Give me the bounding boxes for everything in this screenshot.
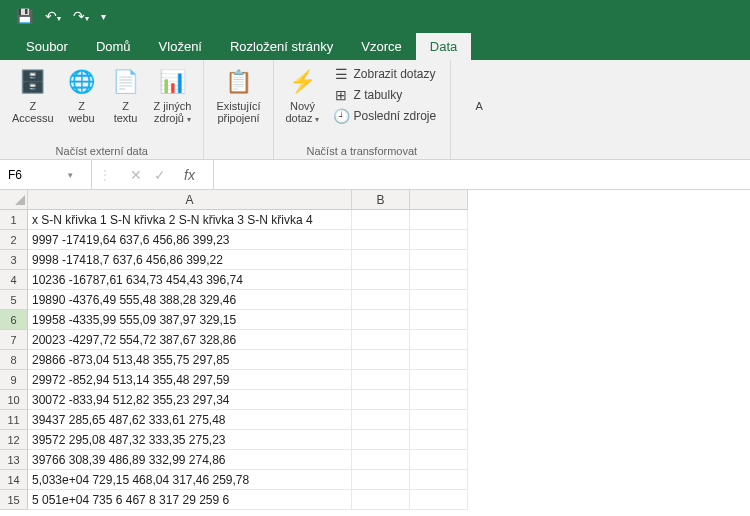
column-header[interactable]: A bbox=[28, 190, 352, 210]
cell[interactable] bbox=[410, 410, 468, 430]
cell[interactable] bbox=[410, 230, 468, 250]
cancel-icon[interactable]: ✕ bbox=[130, 167, 142, 183]
tab-rozložení-stránky[interactable]: Rozložení stránky bbox=[216, 33, 347, 60]
cell[interactable]: x S-N křivka 1 S-N křivka 2 S-N křivka 3… bbox=[28, 210, 352, 230]
confirm-icon[interactable]: ✓ bbox=[154, 167, 166, 183]
cell[interactable] bbox=[410, 450, 468, 470]
row-header[interactable]: 12 bbox=[0, 430, 28, 450]
cell[interactable] bbox=[352, 410, 410, 430]
other-sources-icon: 📊 bbox=[157, 66, 189, 98]
from-access-button[interactable]: 🗄️ ZAccessu bbox=[6, 62, 60, 128]
column-header[interactable]: B bbox=[352, 190, 410, 210]
cell[interactable]: 39766 308,39 486,89 332,99 274,86 bbox=[28, 450, 352, 470]
cell[interactable] bbox=[410, 430, 468, 450]
cell-grid: x S-N křivka 1 S-N křivka 2 S-N křivka 3… bbox=[28, 210, 750, 510]
cell[interactable] bbox=[352, 370, 410, 390]
tab-vložení[interactable]: Vložení bbox=[145, 33, 216, 60]
partial-button[interactable]: A bbox=[457, 62, 501, 116]
from-web-button[interactable]: 🌐 Zwebu bbox=[60, 62, 104, 128]
row-header[interactable]: 6 bbox=[0, 310, 28, 330]
row-header[interactable]: 5 bbox=[0, 290, 28, 310]
cell[interactable] bbox=[352, 250, 410, 270]
cell[interactable] bbox=[352, 470, 410, 490]
cell[interactable]: 5,033e+04 729,15 468,04 317,46 259,78 bbox=[28, 470, 352, 490]
cell[interactable] bbox=[352, 310, 410, 330]
row-header[interactable]: 11 bbox=[0, 410, 28, 430]
cell[interactable]: 39437 285,65 487,62 333,61 275,48 bbox=[28, 410, 352, 430]
cell[interactable] bbox=[410, 270, 468, 290]
cell[interactable]: 20023 -4297,72 554,72 387,67 328,86 bbox=[28, 330, 352, 350]
chevron-down-icon[interactable]: ▾ bbox=[62, 170, 79, 180]
queries-icon: ☰ bbox=[333, 66, 349, 82]
cell[interactable] bbox=[352, 270, 410, 290]
recent-icon: 🕘 bbox=[333, 108, 349, 124]
cell[interactable] bbox=[410, 490, 468, 510]
cell[interactable] bbox=[352, 210, 410, 230]
cell[interactable] bbox=[410, 310, 468, 330]
cell[interactable]: 9998 -17418,7 637,6 456,86 399,22 bbox=[28, 250, 352, 270]
formula-input[interactable] bbox=[214, 160, 750, 189]
cell[interactable] bbox=[410, 210, 468, 230]
cell[interactable] bbox=[410, 370, 468, 390]
new-query-button[interactable]: ⚡ Novýdotaz ▾ bbox=[280, 62, 326, 129]
redo-icon[interactable]: ↷▾ bbox=[69, 8, 93, 24]
cell[interactable] bbox=[352, 490, 410, 510]
show-queries-button[interactable]: ☰Zobrazit dotazy bbox=[329, 64, 440, 84]
row-header[interactable]: 14 bbox=[0, 470, 28, 490]
row-header[interactable]: 2 bbox=[0, 230, 28, 250]
cell[interactable]: 39572 295,08 487,32 333,35 275,23 bbox=[28, 430, 352, 450]
save-icon[interactable]: 💾 bbox=[12, 8, 37, 24]
cell[interactable] bbox=[352, 230, 410, 250]
tab-soubor[interactable]: Soubor bbox=[12, 33, 82, 60]
table-row: 30072 -833,94 512,82 355,23 297,34 bbox=[28, 390, 750, 410]
row-header[interactable]: 13 bbox=[0, 450, 28, 470]
tab-vzorce[interactable]: Vzorce bbox=[347, 33, 415, 60]
row-header[interactable]: 4 bbox=[0, 270, 28, 290]
cell[interactable]: 30072 -833,94 512,82 355,23 297,34 bbox=[28, 390, 352, 410]
cell[interactable]: 10236 -16787,61 634,73 454,43 396,74 bbox=[28, 270, 352, 290]
fx-icon[interactable]: fx bbox=[178, 167, 201, 183]
column-header[interactable] bbox=[410, 190, 468, 210]
row-header[interactable]: 3 bbox=[0, 250, 28, 270]
access-icon: 🗄️ bbox=[17, 66, 49, 98]
cell[interactable]: 5 051e+04 735 6 467 8 317 29 259 6 bbox=[28, 490, 352, 510]
recent-sources-button[interactable]: 🕘Poslední zdroje bbox=[329, 106, 440, 126]
cell[interactable]: 19958 -4335,99 555,09 387,97 329,15 bbox=[28, 310, 352, 330]
cell[interactable] bbox=[410, 290, 468, 310]
existing-connections-button[interactable]: 📋 Existujícípřipojení bbox=[210, 62, 266, 128]
cell[interactable] bbox=[410, 350, 468, 370]
from-text-button[interactable]: 📄 Ztextu bbox=[104, 62, 148, 128]
table-row: 20023 -4297,72 554,72 387,67 328,86 bbox=[28, 330, 750, 350]
cell[interactable] bbox=[352, 450, 410, 470]
tab-domů[interactable]: Domů bbox=[82, 33, 145, 60]
customize-icon[interactable]: ▾ bbox=[97, 11, 110, 22]
cell[interactable] bbox=[352, 430, 410, 450]
cell[interactable] bbox=[352, 390, 410, 410]
select-all-corner[interactable] bbox=[0, 190, 28, 210]
undo-icon[interactable]: ↶▾ bbox=[41, 8, 65, 24]
from-other-button[interactable]: 📊 Z jinýchzdrojů ▾ bbox=[148, 62, 198, 129]
refresh-icon bbox=[463, 66, 495, 98]
tab-data[interactable]: Data bbox=[416, 33, 471, 60]
cell[interactable] bbox=[352, 350, 410, 370]
ribbon-group-transform: ⚡ Novýdotaz ▾ ☰Zobrazit dotazy ⊞Z tabulk… bbox=[274, 60, 452, 159]
cell[interactable] bbox=[410, 390, 468, 410]
cell[interactable]: 29866 -873,04 513,48 355,75 297,85 bbox=[28, 350, 352, 370]
cell[interactable] bbox=[410, 250, 468, 270]
cell[interactable] bbox=[410, 330, 468, 350]
row-header[interactable]: 15 bbox=[0, 490, 28, 510]
name-box-input[interactable] bbox=[0, 168, 62, 182]
row-header[interactable]: 9 bbox=[0, 370, 28, 390]
cell[interactable] bbox=[410, 470, 468, 490]
cell[interactable] bbox=[352, 290, 410, 310]
cell[interactable] bbox=[352, 330, 410, 350]
row-header[interactable]: 7 bbox=[0, 330, 28, 350]
cell[interactable]: 29972 -852,94 513,14 355,48 297,59 bbox=[28, 370, 352, 390]
row-header[interactable]: 10 bbox=[0, 390, 28, 410]
row-header[interactable]: 1 bbox=[0, 210, 28, 230]
cell[interactable]: 19890 -4376,49 555,48 388,28 329,46 bbox=[28, 290, 352, 310]
row-headers: 123456789101112131415 bbox=[0, 210, 28, 510]
from-table-button[interactable]: ⊞Z tabulky bbox=[329, 85, 440, 105]
row-header[interactable]: 8 bbox=[0, 350, 28, 370]
cell[interactable]: 9997 -17419,64 637,6 456,86 399,23 bbox=[28, 230, 352, 250]
